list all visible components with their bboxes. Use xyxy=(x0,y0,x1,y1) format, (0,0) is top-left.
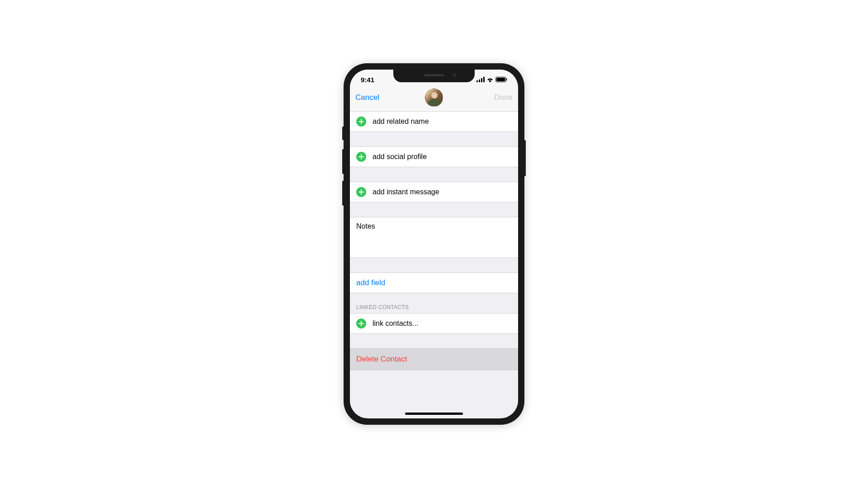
home-indicator[interactable] xyxy=(405,413,463,415)
plus-icon xyxy=(356,319,366,328)
svg-rect-6 xyxy=(496,78,505,81)
row-label: add instant message xyxy=(373,188,439,196)
svg-rect-3 xyxy=(483,77,485,82)
linked-contacts-header: LINKED CONTACTS xyxy=(350,304,518,313)
notch xyxy=(393,70,475,82)
add-field-label: add field xyxy=(356,278,385,287)
volume-button xyxy=(342,181,344,206)
plus-icon xyxy=(356,117,366,127)
bottom-spacer xyxy=(350,370,518,397)
cancel-button[interactable]: Cancel xyxy=(355,93,387,102)
battery-icon xyxy=(495,77,507,82)
wifi-icon xyxy=(486,77,494,82)
phone-frame: 9:41 Cancel Done xyxy=(344,63,524,425)
svg-rect-7 xyxy=(506,79,507,81)
done-button[interactable]: Done xyxy=(481,93,513,102)
svg-rect-2 xyxy=(481,78,482,82)
add-instant-message-row[interactable]: add instant message xyxy=(350,182,518,202)
plus-icon xyxy=(356,187,366,197)
notes-field[interactable]: Notes xyxy=(350,217,518,258)
content-scroll[interactable]: add related name add social profile add … xyxy=(350,112,518,418)
delete-label: Delete Contact xyxy=(356,355,407,363)
link-contacts-row[interactable]: link contacts... xyxy=(350,314,518,333)
status-icons xyxy=(476,77,507,82)
add-social-profile-row[interactable]: add social profile xyxy=(350,147,518,167)
screen: 9:41 Cancel Done xyxy=(350,70,518,418)
avatar[interactable] xyxy=(425,89,443,107)
svg-rect-0 xyxy=(476,80,478,82)
svg-rect-1 xyxy=(479,80,480,82)
notes-label: Notes xyxy=(356,222,375,230)
row-label: add related name xyxy=(373,117,429,126)
status-time: 9:41 xyxy=(361,76,374,84)
nav-bar: Cancel Done xyxy=(350,86,518,112)
delete-contact-row[interactable]: Delete Contact xyxy=(350,348,518,370)
svg-point-4 xyxy=(490,81,491,82)
row-label: add social profile xyxy=(373,153,427,161)
cellular-icon xyxy=(476,77,485,82)
add-field-row[interactable]: add field xyxy=(350,272,518,293)
side-button xyxy=(524,140,526,176)
row-label: link contacts... xyxy=(373,319,418,328)
plus-icon xyxy=(356,152,366,162)
add-related-name-row[interactable]: add related name xyxy=(350,112,518,131)
